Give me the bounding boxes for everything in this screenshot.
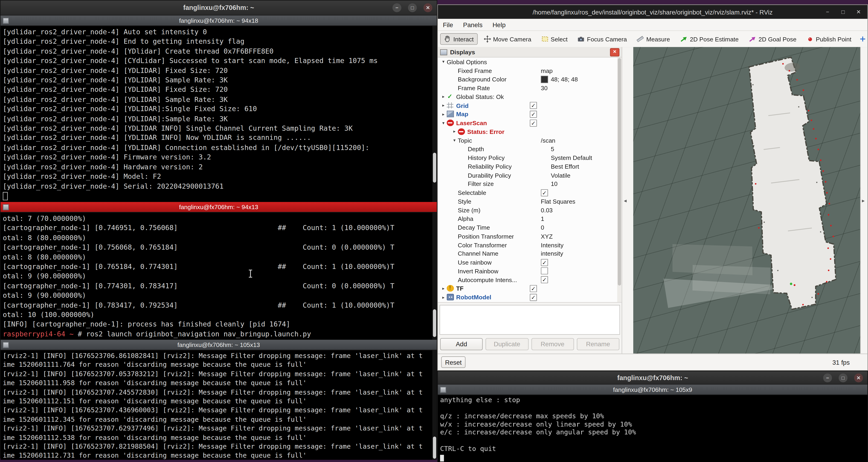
property-value[interactable]: ✓ [530,294,617,301]
property-row-history-policy[interactable]: History PolicySystem Default [438,154,617,162]
reset-button[interactable]: Reset [441,356,466,368]
expander-open-icon[interactable]: ▾ [440,120,447,125]
add-display-button[interactable]: Add [440,338,483,350]
property-row-global-status-ok[interactable]: ▸Global Status: Ok [438,93,617,101]
expander-open-icon[interactable]: ▾ [451,138,458,143]
checkbox-checked-icon[interactable]: ✓ [530,102,537,109]
property-row-status-error[interactable]: ▸Status: Error [438,127,617,136]
minimize-icon[interactable] [823,373,832,382]
scrollbar[interactable] [432,350,437,460]
duplicate-display-button[interactable]: Duplicate [486,338,528,350]
property-value[interactable]: 5 [551,146,617,152]
property-value[interactable]: XYZ [541,233,617,239]
property-value[interactable]: 0.03 [541,207,617,213]
tool-move-camera[interactable]: Move Camera [480,33,535,45]
terminal-titlebar[interactable]: fanglinxu@fx706hm: ~ [0,0,437,15]
property-value[interactable]: ✓ [530,120,617,127]
close-icon[interactable] [854,373,863,382]
scrollbar-thumb[interactable] [433,437,436,459]
add-tool-button[interactable] [855,33,868,45]
property-value[interactable]: 0 [541,224,617,231]
property-row-selectable[interactable]: Selectable✓ [438,188,617,197]
property-row-laserscan[interactable]: ▾LaserScan✓ [438,119,617,127]
checkbox-checked-icon[interactable]: ✓ [541,189,548,196]
tree-scrollbar-thumb[interactable] [618,58,621,286]
menu-help[interactable]: Help [488,22,510,28]
expander-closed-icon[interactable]: ▸ [440,111,447,117]
property-row-color-transformer[interactable]: Color TransformerIntensity [438,241,617,250]
tool-interact[interactable]: Interact [440,33,477,45]
property-row-use-rainbow[interactable]: Use rainbow✓ [438,258,617,267]
close-icon[interactable] [424,3,432,12]
property-value[interactable]: ✓ [541,189,617,196]
terminal-titlebar[interactable]: fanglinxu@fx706hm: ~ [438,371,867,385]
property-row-tf[interactable]: ▸TF✓ [438,284,617,293]
checkbox-checked-icon[interactable]: ✓ [530,111,537,118]
collapsed-panel-strip[interactable]: ▸ [860,47,867,353]
expand-right-icon[interactable]: ▸ [862,198,865,204]
slam-map[interactable] [633,47,860,353]
property-row-style[interactable]: StyleFlat Squares [438,197,617,206]
expander-closed-icon[interactable]: ▸ [440,286,447,291]
maximize-icon[interactable] [839,373,847,382]
tree-scrollbar[interactable] [617,58,621,302]
property-value[interactable]: intensity [541,250,617,257]
property-row-invert-rainbow[interactable]: Invert Rainbow [438,267,617,275]
pane-titlebar-active[interactable]: fanglinxu@fx706hm: ~ 94x13 [0,202,437,212]
displays-panel-header[interactable]: Displays [438,47,621,58]
property-value[interactable]: ✓ [530,285,617,292]
property-value[interactable]: Flat Squares [541,198,617,205]
checkbox-unchecked-icon[interactable] [541,267,548,274]
maximize-icon[interactable] [408,3,416,12]
collapse-left-icon[interactable]: ◂ [624,198,626,204]
tool-publish-point[interactable]: Publish Point [803,33,855,45]
property-row-alpha[interactable]: Alpha1 [438,214,617,223]
property-value[interactable]: Volatile [551,172,617,178]
minimize-icon[interactable] [393,3,401,12]
property-row-size-m[interactable]: Size (m)0.03 [438,206,617,214]
minimize-icon[interactable] [823,7,832,16]
property-row-global-options[interactable]: ▾Global Options [438,58,617,66]
property-value[interactable]: System Default [551,154,617,161]
tool-2d-goal-pose[interactable]: 2D Goal Pose [745,33,800,45]
property-row-channel-name[interactable]: Channel Nameintensity [438,249,617,258]
close-icon[interactable] [854,7,863,16]
scrollbar[interactable] [432,212,437,340]
pane-titlebar[interactable]: fanglinxu@fx706hm: ~ 94x18 [0,15,437,26]
scrollbar-thumb[interactable] [433,153,436,183]
rviz-titlebar[interactable]: /home/fanglinxu/ros_dev/install/originbo… [438,5,867,19]
checkbox-checked-icon[interactable]: ✓ [541,276,548,283]
pane-titlebar[interactable]: fanglinxu@fx706hm: ~ 105x9 [438,385,867,395]
expander-open-icon[interactable]: ▾ [440,59,447,64]
checkbox-checked-icon[interactable]: ✓ [541,259,548,266]
maximize-icon[interactable] [839,7,847,16]
tool-2d-pose-estimate[interactable]: 2D Pose Estimate [676,33,743,45]
scrollbar-thumb[interactable] [433,309,436,337]
property-value[interactable] [541,267,617,274]
property-row-decay-time[interactable]: Decay Time0 [438,223,617,232]
property-row-filter-size[interactable]: Filter size10 [438,179,617,188]
pane-group-icon[interactable] [440,387,446,393]
expander-closed-icon[interactable]: ▸ [440,295,447,300]
panel-close-icon[interactable] [610,48,619,56]
property-value[interactable]: ✓ [530,111,617,118]
property-value[interactable]: Intensity [541,241,617,248]
property-row-autocompute-intens[interactable]: Autocompute Intens...✓ [438,275,617,284]
property-row-fixed-frame[interactable]: Fixed Framemap [438,66,617,75]
pane-group-icon[interactable] [3,204,9,210]
property-value[interactable]: map [541,67,617,74]
property-row-robotmodel[interactable]: ▸RobotModel✓ [438,293,617,302]
3d-viewport[interactable] [633,47,860,353]
property-value[interactable]: ✓ [530,102,617,109]
property-row-depth[interactable]: Depth5 [438,145,617,154]
property-row-reliability-policy[interactable]: Reliability PolicyBest Effort [438,162,617,171]
property-value[interactable]: 30 [541,85,617,91]
expander-closed-icon[interactable]: ▸ [451,129,458,134]
expander-closed-icon[interactable]: ▸ [440,103,447,108]
remove-display-button[interactable]: Remove [531,338,574,350]
property-row-grid[interactable]: ▸Grid✓ [438,101,617,110]
rename-display-button[interactable]: Rename [577,338,619,350]
property-row-position-transformer[interactable]: Position TransformerXYZ [438,232,617,241]
tool-select[interactable]: Select [537,33,571,45]
pane-titlebar[interactable]: fanglinxu@fx706hm: ~ 105x13 [0,340,437,351]
